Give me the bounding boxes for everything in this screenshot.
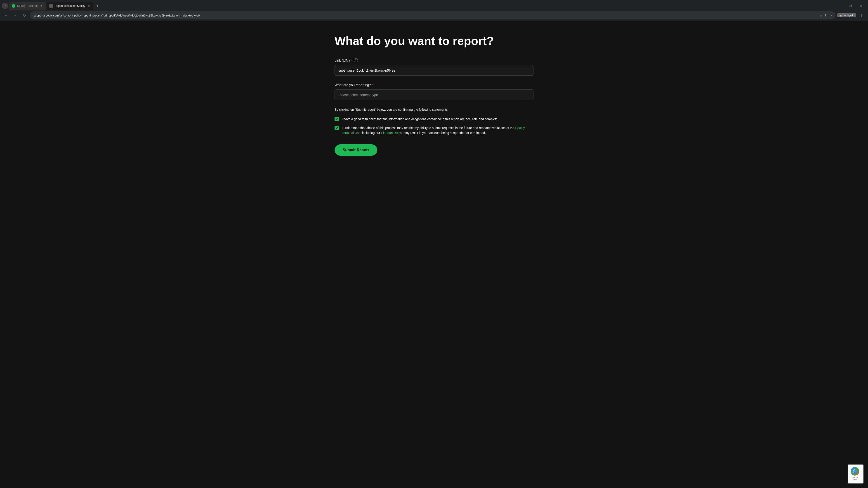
checkbox-2-text: I understand that abuse of this process … — [342, 125, 533, 135]
submit-report-button[interactable]: Submit Report — [335, 144, 377, 156]
link-input[interactable] — [335, 65, 533, 76]
checkbox-2[interactable] — [335, 126, 339, 130]
tab-close-1[interactable]: × — [39, 4, 43, 8]
tab-report-content[interactable]: 🛡 Report content on Spotify × — [46, 2, 93, 10]
checkbox-1[interactable] — [335, 117, 339, 121]
link-help-icon[interactable]: ? — [354, 58, 358, 62]
browser-menu-button[interactable]: ⋮ — [858, 12, 865, 19]
url-icons: ☆ ⬇ ▭ — [819, 13, 832, 17]
recaptcha-terms[interactable]: Terms — [852, 479, 858, 481]
url-text: support.spotify.com/us/content-policy-re… — [33, 14, 818, 17]
link-form-group: Link (URI) * ? — [335, 58, 533, 76]
back-button[interactable]: ← — [3, 12, 10, 19]
tab-bar: Spotify – esternp × 🛡 Report content on … — [0, 0, 868, 10]
download-icon[interactable]: ⬇ — [825, 13, 827, 17]
recaptcha-privacy[interactable]: Privacy — [852, 476, 858, 479]
link-required-star: * — [351, 59, 352, 62]
content-type-select[interactable]: Please select content type — [335, 90, 533, 100]
incognito-label: Incognito — [843, 14, 855, 17]
platform-rules-link[interactable]: Platform Rules — [381, 131, 402, 135]
incognito-icon: 🕵 — [839, 14, 842, 17]
spotify-favicon — [12, 4, 16, 8]
checkbox-1-text: I have a good faith belief that the info… — [342, 117, 498, 122]
checkbox-2-text-middle: , including our — [360, 131, 381, 135]
link-label: Link (URI) * ? — [335, 58, 533, 62]
select-wrapper: Please select content type ⌄ — [335, 90, 533, 100]
window-controls: — ❐ ✕ — [835, 1, 866, 11]
incognito-badge: 🕵 Incognito — [837, 13, 856, 18]
tab-title-1: Spotify – esternp — [17, 4, 37, 7]
extension-icon[interactable]: ▭ — [829, 13, 832, 17]
tab-title-2: Report content on Spotify — [55, 4, 85, 7]
forward-button[interactable]: → — [12, 12, 19, 19]
url-bar[interactable]: support.spotify.com/us/content-policy-re… — [30, 11, 835, 20]
link-label-text: Link (URI) — [335, 59, 350, 62]
tab-spotify-esternp[interactable]: Spotify – esternp × — [9, 2, 46, 10]
recaptcha-text: Privacy Terms — [852, 476, 858, 481]
confirmation-text: By clicking on "Submit report" below, yo… — [335, 107, 533, 112]
reporting-label-text: What are you reporting? — [335, 83, 371, 87]
refresh-button[interactable]: ↻ — [21, 12, 28, 19]
address-bar: ← → ↻ support.spotify.com/us/content-pol… — [0, 10, 868, 21]
checkbox-2-text-before: I understand that abuse of this process … — [342, 126, 515, 130]
bookmark-icon[interactable]: ☆ — [819, 13, 823, 17]
checkbox-group: I have a good faith belief that the info… — [335, 117, 533, 135]
browser-chrome: Spotify – esternp × 🛡 Report content on … — [0, 0, 868, 21]
select-placeholder: Please select content type — [338, 93, 378, 97]
new-tab-button[interactable]: + — [94, 3, 101, 9]
recaptcha-badge: Privacy Terms — [848, 464, 864, 484]
page-title: What do you want to report? — [335, 35, 533, 47]
close-button[interactable]: ✕ — [856, 1, 866, 11]
reporting-label: What are you reporting? * — [335, 83, 533, 87]
tab-group-indicator[interactable] — [2, 3, 8, 9]
page-content: What do you want to report? Link (URI) *… — [326, 21, 542, 169]
minimize-button[interactable]: — — [835, 1, 845, 11]
reporting-form-group: What are you reporting? * Please select … — [335, 83, 533, 100]
report-favicon: 🛡 — [49, 4, 53, 8]
checkbox-item-1: I have a good faith belief that the info… — [335, 117, 533, 122]
checkbox-item-2: I understand that abuse of this process … — [335, 125, 533, 135]
reporting-required-star: * — [372, 83, 374, 87]
recaptcha-logo — [850, 467, 859, 476]
tab-close-2[interactable]: × — [87, 4, 91, 8]
checkbox-2-text-after: , may result in your account being suspe… — [402, 131, 486, 135]
maximize-button[interactable]: ❐ — [845, 1, 856, 11]
